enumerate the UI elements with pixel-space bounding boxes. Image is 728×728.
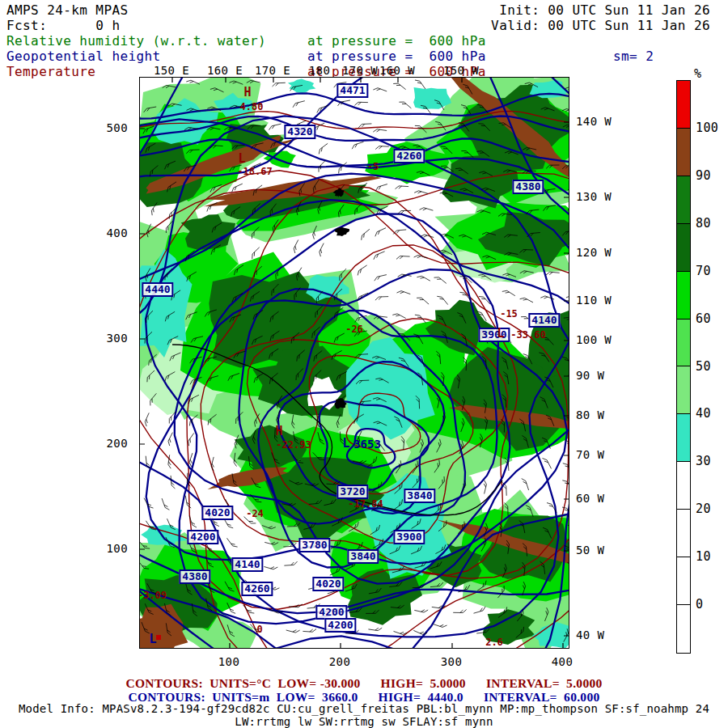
colorbar-tick-label: 30: [696, 454, 711, 468]
temperature-contour-label: 2.6: [485, 637, 503, 648]
axis-label-right: 70 W: [576, 448, 604, 461]
height-contour-label: 4260: [241, 582, 273, 596]
temperature-contour-label: 4.80: [240, 101, 264, 112]
colorbar-segment: [677, 272, 690, 320]
height-contour-label: 4020: [201, 506, 233, 520]
colorbar-tick-label: 40: [696, 406, 711, 421]
axis-label-bottom: 100: [218, 655, 240, 668]
axis-label-right: 50 W: [576, 544, 604, 557]
model-title: AMPS 24-km MPAS: [6, 3, 129, 18]
colorbar-segment: [677, 224, 690, 272]
init-time: Init: 00 UTC Sun 11 Jan 26: [499, 3, 710, 18]
height-contour-label: 4471: [336, 83, 368, 98]
temperature-contour-label: -17.84: [348, 498, 383, 510]
field-height-pressure: at pressure = 600 hPa: [307, 49, 486, 64]
colorbar-tick-label: 70: [696, 264, 711, 278]
height-contour-label: 3720: [336, 485, 368, 499]
weather-map: 4471432042604380444041403900365337203840…: [139, 77, 569, 649]
field-rh-label: Relative humidity (w.r.t. water): [6, 34, 266, 49]
axis-label-top: 150 E: [154, 64, 189, 77]
model-info-line2: LW:rrtmg_lw SW:rrtmg_sw SFLAY:sf_mynn: [0, 715, 728, 728]
axis-label-right: 130 W: [576, 190, 612, 203]
colorbar-tick-label: 60: [696, 311, 711, 326]
colorbar-tick-label: 0: [696, 597, 703, 612]
height-contour-label: 4140: [528, 313, 560, 328]
axis-label-top: 160 W: [379, 64, 415, 77]
axis-label-left: 100: [107, 542, 129, 555]
axis-label-right: 40 W: [576, 629, 604, 641]
colorbar-segment: [677, 462, 690, 510]
axis-label-bottom: 400: [552, 655, 574, 668]
axis-label-right: 100 W: [576, 333, 612, 346]
temperature-contour-label: -24: [246, 508, 264, 519]
colorbar-tick-label: 10: [696, 549, 711, 564]
temperature-contour-label: -3.09: [139, 590, 167, 601]
colorbar-segment: [677, 605, 690, 653]
colorbar-segment: [677, 176, 690, 224]
colorbar-tick-label: 100: [696, 121, 718, 135]
axis-label-left: 300: [107, 332, 129, 345]
temperature-extremum-marker: H: [275, 424, 282, 438]
height-contour-label: 3840: [404, 489, 435, 503]
colorbar-tick-label: 80: [696, 216, 711, 231]
valid-time: Valid: 00 UTC Sun 11 Jan 26: [491, 19, 710, 33]
axis-label-left: 200: [107, 437, 129, 450]
temperature-contour-label: 0: [256, 624, 262, 635]
axis-label-top: 180: [309, 64, 331, 77]
temperature-extremum-marker: L: [497, 326, 504, 341]
axis-label-right: 120 W: [576, 246, 612, 259]
colorbar-segment: [677, 557, 690, 605]
height-contour-label: 4320: [284, 125, 315, 139]
height-contour-label: 4020: [312, 577, 344, 591]
axis-label-right: 90 W: [576, 369, 604, 382]
field-temp-label: Temperature: [6, 65, 95, 79]
colorbar-tick-label: 20: [696, 502, 711, 516]
axis-label-right: 60 W: [576, 492, 604, 505]
axis-label-top: 170 E: [255, 64, 290, 77]
height-contour-label: 3900: [478, 328, 510, 342]
forecast-hour: Fcst: 0 h: [6, 19, 120, 33]
temperature-contour-label: -33.60: [510, 329, 545, 341]
temperature-contour-label: -22.93: [276, 439, 311, 451]
height-contour-label: 4380: [512, 180, 544, 194]
height-low-marker: L: [149, 632, 156, 646]
axis-label-left: 500: [107, 121, 129, 134]
smoothing-value: sm= 2: [613, 49, 654, 64]
axis-label-left: 400: [107, 226, 129, 239]
height-contour-label: 4380: [179, 569, 210, 584]
colorbar-segment: [677, 366, 690, 414]
height-contour-label: 3840: [347, 549, 379, 564]
colorbar-tick-label: 90: [696, 168, 711, 183]
temperature-extremum-marker: H: [243, 85, 251, 99]
axis-label-right: 110 W: [576, 294, 612, 307]
contour-info-temperature: CONTOURS: UNITS=°C LOW= -30.000 HIGH= 5.…: [0, 676, 728, 691]
temperature-extremum-marker: L: [238, 151, 245, 166]
height-contour-label: 3900: [393, 530, 425, 544]
axis-label-bottom: 300: [441, 655, 463, 668]
colorbar-tick-label: 50: [696, 359, 711, 374]
axis-label-bottom: 200: [329, 655, 351, 668]
axis-label-right: 140 W: [576, 115, 612, 128]
height-contour-label: 4200: [324, 618, 356, 633]
axis-label-right: 80 W: [576, 408, 604, 421]
temperature-contour-label: -5: [367, 161, 379, 172]
height-contour-label: 4140: [231, 557, 263, 572]
colorbar: [676, 80, 691, 654]
height-contour-label: 3780: [298, 538, 330, 552]
weather-chart-page: { "header": { "model": "AMPS 24-km MPAS"…: [0, 0, 728, 728]
temperature-contour-label: -18.67: [237, 166, 272, 177]
colorbar-unit: %: [694, 66, 701, 81]
height-low-marker: L: [342, 436, 349, 451]
temperature-contour-label: -15: [500, 308, 518, 320]
height-contour-label: 4200: [187, 530, 218, 544]
axis-label-top: 160 E: [207, 64, 243, 77]
colorbar-segment: [677, 129, 690, 176]
colorbar-segment: [677, 320, 690, 367]
temperature-contour-label: -26: [345, 324, 363, 335]
axis-label-top: 170 W: [342, 64, 378, 77]
axis-label-top: 150 W: [443, 64, 479, 77]
colorbar-segment: [677, 81, 690, 129]
colorbar-segment: [677, 510, 690, 557]
model-info-line1: Model Info: MPASv8.2.3-194-gf29cd82c CU:…: [0, 702, 728, 715]
field-height-label: Geopotential height: [6, 49, 161, 64]
